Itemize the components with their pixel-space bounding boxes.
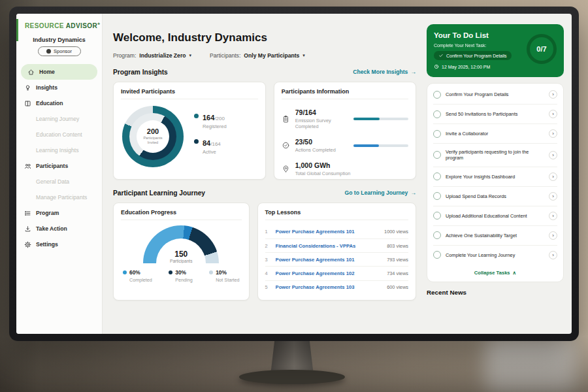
lesson-link[interactable]: Power Purchase Agreements 101 bbox=[276, 257, 382, 263]
org-name: Industry Dynamics bbox=[16, 37, 102, 43]
learning-journey-cards: Education Progress 150 Participants bbox=[113, 203, 416, 301]
chevron-right-icon[interactable]: › bbox=[549, 129, 557, 138]
list-icon bbox=[24, 210, 31, 217]
program-filter-value: Industrialize Zero bbox=[139, 52, 186, 59]
chevron-down-icon: ▾ bbox=[189, 53, 192, 58]
next-task-chip[interactable]: Confirm Your Program Details bbox=[434, 51, 512, 60]
task-row[interactable]: Verify participants requesting to join t… bbox=[433, 144, 557, 167]
collapse-tasks-button[interactable]: Collapse Tasks ∧ bbox=[433, 265, 557, 280]
sponsor-badge[interactable]: Sponsor bbox=[38, 46, 81, 56]
chevron-right-icon[interactable]: › bbox=[549, 231, 557, 240]
gauge-center: 150 Participants bbox=[143, 250, 219, 263]
task-checkbox[interactable] bbox=[433, 212, 441, 220]
lesson-link[interactable]: Power Purchase Agreements 101 bbox=[276, 229, 380, 235]
location-pin-icon bbox=[282, 165, 290, 173]
app-logo: RESOURCE ADVISOR+ bbox=[16, 22, 102, 29]
task-checkbox[interactable] bbox=[433, 151, 441, 159]
sidebar-item-participants[interactable]: Participants bbox=[16, 158, 102, 174]
task-checkbox[interactable] bbox=[433, 231, 441, 239]
lesson-row: 1 Power Purchase Agreements 101 1000 vie… bbox=[265, 225, 408, 239]
sidebar-item-education[interactable]: Education bbox=[16, 95, 102, 111]
clipboard-icon bbox=[282, 115, 290, 123]
task-row[interactable]: Invite a Collaborator › bbox=[433, 124, 557, 144]
gear-icon bbox=[24, 241, 31, 248]
arrow-right-icon: → bbox=[410, 189, 416, 196]
donut-legend: 164/200 Registered 84/164 Active bbox=[194, 111, 227, 162]
education-gauge-chart: 150 Participants bbox=[143, 225, 219, 263]
task-row[interactable]: Complete Your Learning Journey › bbox=[433, 246, 557, 265]
task-checkbox[interactable] bbox=[433, 172, 441, 180]
card-title: Top Lessons bbox=[265, 209, 408, 220]
sidebar-item-general-data[interactable]: General Data bbox=[16, 174, 102, 189]
task-row[interactable]: Achieve One Sustainability Target › bbox=[433, 226, 557, 246]
book-icon bbox=[24, 100, 31, 107]
invited-participants-card: Invited Participants 200 Participants In… bbox=[113, 82, 266, 180]
lesson-link[interactable]: Financial Considerations - VPPAs bbox=[276, 243, 382, 249]
task-row[interactable]: Upload Additional Educational Content › bbox=[433, 206, 557, 226]
donut-center: 200 Participants Invited bbox=[137, 120, 169, 153]
task-row[interactable]: Send 50 Invitations to Participants › bbox=[433, 105, 557, 124]
sidebar-item-home[interactable]: Home bbox=[21, 64, 97, 80]
task-row[interactable]: Explore Your Insights Dashboard › bbox=[433, 167, 557, 187]
task-checkbox[interactable] bbox=[433, 251, 441, 259]
sidebar-item-label: Participants bbox=[36, 163, 68, 169]
task-row[interactable]: Confirm Your Program Details › bbox=[433, 85, 557, 105]
check-circle-icon bbox=[282, 141, 290, 150]
program-dropdown[interactable]: Program: Industrialize Zero ▾ bbox=[113, 52, 191, 59]
lesson-link[interactable]: Power Purchase Agreements 103 bbox=[276, 284, 382, 290]
lesson-link[interactable]: Power Purchase Agreements 102 bbox=[276, 270, 382, 276]
people-icon bbox=[24, 163, 31, 170]
sidebar-item-education-content[interactable]: Education Content bbox=[16, 127, 102, 142]
legend-dot-teal bbox=[194, 114, 199, 118]
check-more-insights-link[interactable]: Check More Insights → bbox=[353, 69, 416, 75]
sidebar-item-label: Take Action bbox=[36, 225, 67, 232]
sidebar-item-label: Education bbox=[36, 100, 63, 106]
sidebar-item-label: Learning Journey bbox=[36, 116, 79, 122]
task-checkbox[interactable] bbox=[433, 110, 441, 118]
chevron-right-icon[interactable]: › bbox=[549, 151, 557, 159]
chevron-right-icon[interactable]: › bbox=[549, 192, 557, 201]
emission-progress-bar bbox=[353, 118, 408, 120]
todo-panel: Your To Do List Complete Your Next Task:… bbox=[425, 14, 572, 334]
next-task-due: 12 May 2025, 12:00 PM bbox=[434, 64, 557, 69]
sidebar-item-learning-journey[interactable]: Learning Journey bbox=[16, 111, 102, 127]
download-arrow-icon bbox=[24, 225, 31, 233]
task-checkbox[interactable] bbox=[433, 130, 441, 138]
lesson-row: 5 Power Purchase Agreements 103 600 view… bbox=[265, 281, 408, 294]
task-row[interactable]: Upload Spend Data Records › bbox=[433, 187, 557, 206]
todo-summary-card: Your To Do List Complete Your Next Task:… bbox=[427, 24, 564, 77]
legend-not-started: 10% Not Started bbox=[209, 269, 239, 283]
sidebar-item-settings[interactable]: Settings bbox=[16, 237, 102, 252]
legend-dot-gray bbox=[209, 270, 213, 274]
chevron-right-icon[interactable]: › bbox=[549, 212, 557, 220]
sidebar-item-label: Settings bbox=[36, 241, 58, 248]
task-checkbox[interactable] bbox=[433, 192, 441, 200]
arrow-right-icon: → bbox=[410, 69, 416, 75]
chevron-right-icon[interactable]: › bbox=[549, 90, 557, 99]
program-insights-header: Program Insights Check More Insights → bbox=[113, 69, 416, 76]
sidebar-item-label: Program bbox=[36, 210, 59, 216]
sidebar-item-learning-insights[interactable]: Learning Insights bbox=[16, 142, 102, 158]
chevron-right-icon[interactable]: › bbox=[549, 172, 557, 181]
caret-up-icon: ∧ bbox=[513, 270, 517, 276]
chevron-right-icon[interactable]: › bbox=[549, 110, 557, 118]
task-checkbox[interactable] bbox=[433, 91, 441, 99]
sidebar-item-manage-participants[interactable]: Manage Participants bbox=[16, 189, 102, 205]
home-icon bbox=[27, 69, 35, 76]
legend-dot-navy bbox=[194, 139, 199, 144]
chevron-right-icon[interactable]: › bbox=[549, 251, 557, 259]
logo-resource: RESOURCE bbox=[25, 22, 64, 29]
participants-dropdown[interactable]: Participants: Only My Participants ▾ bbox=[210, 52, 305, 59]
legend-dot-navy bbox=[169, 270, 172, 274]
sidebar-item-insights[interactable]: Insights bbox=[16, 80, 102, 95]
sidebar-item-program[interactable]: Program bbox=[16, 205, 102, 221]
donut-center-label: Participants Invited bbox=[140, 136, 166, 146]
bulb-icon bbox=[24, 84, 31, 91]
card-title: Invited Participants bbox=[121, 88, 258, 99]
lesson-row: 2 Financial Considerations - VPPAs 803 v… bbox=[265, 239, 408, 253]
sidebar-item-take-action[interactable]: Take Action bbox=[16, 221, 102, 237]
go-to-learning-journey-link[interactable]: Go to Learning Journey → bbox=[344, 189, 416, 196]
program-filter-label: Program: bbox=[113, 52, 136, 59]
legend-completed: 60% Completed bbox=[123, 269, 152, 283]
invited-donut-chart: 200 Participants Invited bbox=[122, 106, 184, 167]
